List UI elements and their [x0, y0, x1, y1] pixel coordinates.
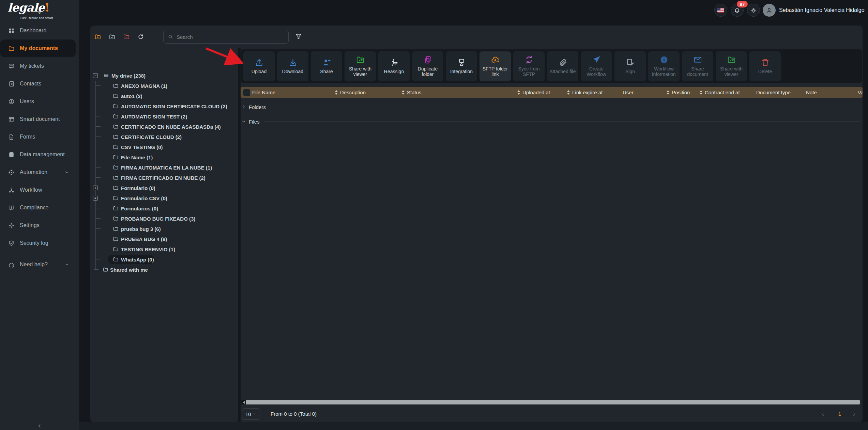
smart-document-icon — [8, 116, 15, 123]
tree-node[interactable]: AUTOMATIC SIGN CERTIFICATE CLOUD (2) — [90, 101, 238, 111]
refresh-icon[interactable] — [137, 33, 144, 40]
duplicate-folder-button[interactable]: Duplicate folder — [412, 51, 443, 81]
sign-pen-icon — [626, 58, 635, 67]
column-header-description[interactable]: Description — [335, 87, 366, 98]
collapse-expander-icon[interactable]: − — [93, 73, 98, 78]
tree-node-label: PROBANDO BUG FIXEADO (3) — [121, 216, 195, 222]
user-avatar[interactable] — [763, 4, 776, 17]
tree-node-whatsapp-selected[interactable]: WhatsApp (0) — [90, 254, 238, 265]
filter-icon[interactable] — [295, 33, 302, 40]
page-size-select[interactable]: 10 — [242, 408, 260, 420]
column-header-note[interactable]: Note — [806, 87, 817, 98]
create-workflow-button[interactable]: Create Workflow — [581, 51, 612, 81]
sidebar-item-dashboard[interactable]: Dashboard — [0, 22, 79, 39]
sidebar-item-users[interactable]: Users — [0, 93, 79, 110]
us-flag-icon — [717, 8, 724, 13]
section-rule — [264, 122, 861, 122]
language-flag-button[interactable] — [714, 4, 727, 17]
tree-node-shared-with-me[interactable]: Shared with me — [90, 265, 238, 275]
sign-button[interactable]: Sign — [614, 51, 646, 81]
tree-root-my-drive[interactable]: − My drive (238) — [90, 70, 238, 81]
column-header-truncated[interactable]: Va — [858, 87, 863, 98]
create-folder-icon[interactable] — [94, 33, 101, 40]
folders-section-toggle[interactable]: Folders — [241, 102, 861, 112]
sidebar-item-smart-document[interactable]: Smart document — [0, 110, 79, 128]
integration-icon — [457, 58, 466, 67]
download-button[interactable]: Download — [277, 51, 308, 81]
column-header-file-name[interactable]: File Name — [252, 87, 275, 98]
integration-button[interactable]: Integration — [446, 51, 477, 81]
tree-node[interactable]: FIRMA CERTIFICADO EN NUBE (2) — [90, 173, 238, 183]
sidebar-item-workflow[interactable]: Workflow — [0, 181, 79, 199]
reassign-button[interactable]: Reassign — [378, 51, 410, 81]
tree-node[interactable]: +Formulario CSV (0) — [90, 193, 238, 203]
tree-node[interactable]: CSV TESTING (0) — [90, 142, 238, 152]
tree-node[interactable]: +Formulario (0) — [90, 183, 238, 193]
tree-node[interactable]: FIRMA AUTOMATICA EN LA NUBE (1) — [90, 162, 238, 173]
tree-node-label: CERTIFICADO EN NUBE ASASDASDa (4) — [121, 124, 221, 130]
theme-toggle-button[interactable] — [747, 4, 760, 17]
horizontal-scrollbar[interactable] — [241, 400, 860, 404]
workflow-information-button[interactable]: Workflow information — [648, 51, 680, 81]
expand-icon[interactable]: + — [93, 196, 98, 201]
previous-page-button[interactable] — [821, 407, 826, 421]
upload-button[interactable]: Upload — [243, 51, 275, 81]
tree-node[interactable]: File Name (1) — [90, 152, 238, 162]
folder-icon — [113, 83, 119, 89]
search-input[interactable] — [176, 34, 284, 40]
tree-node[interactable]: TESTING REENVIO (1) — [90, 244, 238, 254]
tree-node[interactable]: auto1 (2) — [90, 91, 238, 101]
share-document-button[interactable]: Share document — [682, 51, 713, 81]
contacts-icon — [8, 81, 15, 87]
column-header-contract-end-at[interactable]: Contract end at — [700, 87, 740, 98]
user-name[interactable]: Sebastián Ignacio Valencia Hidalgo — [779, 0, 865, 20]
tree-tick — [96, 208, 101, 208]
current-page-number[interactable]: 1 — [836, 407, 843, 421]
folder-icon — [113, 175, 119, 180]
tree-node-label: TESTING REENVIO (1) — [121, 246, 175, 252]
sidebar-item-my-documents[interactable]: My documents — [0, 39, 76, 57]
tree-node[interactable]: AUTOMATIC SIGN TEST (2) — [90, 111, 238, 122]
sidebar-item-label: Users — [20, 98, 34, 105]
sidebar-item-security-log[interactable]: Security log — [0, 234, 79, 252]
tree-node[interactable]: Formularios (0) — [90, 203, 238, 213]
sidebar-item-settings[interactable]: Settings — [0, 217, 79, 234]
expand-icon[interactable]: + — [93, 186, 98, 190]
tree-node[interactable]: CERTIFICADO EN NUBE ASASDASDa (4) — [90, 122, 238, 132]
column-header-status[interactable]: Status — [402, 87, 422, 98]
column-header-uploaded-at[interactable]: Uploaded at — [517, 87, 550, 98]
sidebar-item-compliance[interactable]: Compliance — [0, 199, 79, 217]
select-all-checkbox[interactable] — [243, 89, 250, 96]
tree-node[interactable]: CERTIFICATE CLOUD (2) — [90, 132, 238, 142]
share-with-viewer-button[interactable]: Share with viewer — [345, 51, 376, 81]
folder-tree: − My drive (238) ANEXO MAGNA (1) auto1 (… — [90, 48, 238, 422]
sidebar-item-contacts[interactable]: Contacts — [0, 75, 79, 93]
share-with-viewer-file-button[interactable]: Share with viewer — [716, 51, 747, 81]
sidebar-item-my-tickets[interactable]: My tickets — [0, 57, 79, 75]
tree-node[interactable]: PROBANDO BUG FIXEADO (3) — [90, 213, 238, 224]
column-header-document-type[interactable]: Document type — [756, 87, 791, 98]
column-header-position[interactable]: Position — [667, 87, 690, 98]
sidebar: legale! ® Fast, secure and smart Dashboa… — [0, 0, 79, 430]
tree-node[interactable]: prueba bug 3 (6) — [90, 224, 238, 234]
share-button[interactable]: Share — [311, 51, 342, 81]
sidebar-item-data-management[interactable]: Data management — [0, 146, 79, 163]
next-page-button[interactable] — [851, 407, 856, 421]
sidebar-divider — [0, 254, 79, 254]
sidebar-item-need-help[interactable]: Need help? — [0, 256, 79, 273]
column-header-link-expire-at[interactable]: Link expire at — [567, 87, 603, 98]
sidebar-collapse-button[interactable] — [0, 423, 79, 429]
sync-from-sftp-button[interactable]: Sync from SFTP — [513, 51, 545, 81]
sftp-folder-link-button[interactable]: SFTP folder link — [479, 51, 511, 81]
tree-node[interactable]: PRUEBA BUG 4 (8) — [90, 234, 238, 244]
files-section-toggle[interactable]: Files — [241, 117, 861, 126]
tree-node[interactable]: ANEXO MAGNA (1) — [90, 81, 238, 91]
attached-file-button[interactable]: Attached file — [547, 51, 578, 81]
remove-folder-icon[interactable] — [123, 33, 130, 40]
sidebar-item-forms[interactable]: Forms — [0, 128, 79, 146]
delete-button[interactable]: Delete — [749, 51, 781, 81]
sidebar-item-automation[interactable]: Automation — [0, 163, 79, 181]
select-folder-icon[interactable] — [109, 33, 116, 40]
scroll-left-button[interactable] — [241, 400, 246, 404]
column-header-user[interactable]: User — [623, 87, 634, 98]
